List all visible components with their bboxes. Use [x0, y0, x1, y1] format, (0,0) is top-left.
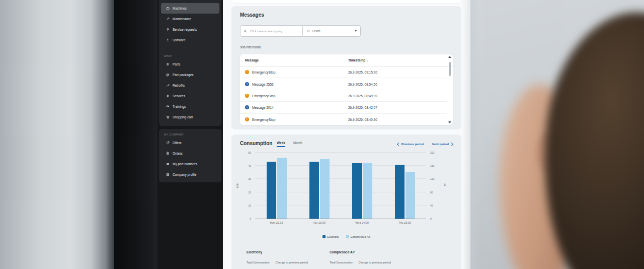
right-axis-tick: 80: [430, 191, 433, 194]
sidebar-item-label: Service requests: [173, 28, 197, 31]
sidebar-item-trainings[interactable]: Trainings: [161, 101, 219, 112]
scroll-down-icon[interactable]: [448, 121, 451, 123]
machine-icon: [166, 7, 170, 10]
level-filter-dropdown[interactable]: Level: [302, 25, 361, 37]
sidebar-item-services[interactable]: Services: [161, 91, 219, 101]
left-axis-unit: kWh: [236, 183, 239, 188]
scroll-up-icon[interactable]: [448, 56, 451, 58]
bar-compressed-air: [277, 158, 287, 219]
sidebar-item-label: Services: [173, 94, 185, 98]
sidebar-group-label-shop: SHOP: [159, 51, 221, 59]
sidebar-item-retrofits[interactable]: Retrofits: [161, 80, 219, 91]
scrollbar-thumb[interactable]: [449, 62, 451, 76]
building-icon: [166, 173, 170, 176]
sidebar-item-label: Orders: [173, 152, 183, 155]
table-row[interactable]: iMessage 255326.9.2025, 08:54:50: [240, 78, 447, 90]
x-axis-labels: Mon 22.09Tue 23.09Wed 24.09Thu 25.09: [255, 221, 426, 224]
bar-groups: [255, 153, 426, 219]
graduation-cap-icon: [166, 105, 170, 108]
sidebar-item-label: Parts: [173, 62, 180, 66]
consumption-title: Consumption: [240, 141, 272, 146]
right-axis-unit: m³: [443, 183, 446, 186]
period-tabs: WeekMonth: [277, 141, 302, 147]
column-header-timestamp[interactable]: Timestamp ↓: [348, 58, 368, 62]
person-photo: [462, 0, 644, 269]
sidebar-item-offers[interactable]: Offers: [161, 138, 219, 148]
table-header: Message Timestamp ↓: [240, 54, 453, 67]
tab-week[interactable]: Week: [277, 141, 285, 147]
sidebar-item-part-packages[interactable]: Part packages: [161, 70, 219, 80]
info-icon: i: [245, 105, 249, 109]
previous-period-button[interactable]: Previous period: [397, 143, 424, 146]
legend-item-compressed-air: Compressed Air: [346, 235, 370, 238]
timestamp-text: 26.9.2025, 08:49:39: [348, 94, 377, 98]
hits-count: 906 hits found.: [240, 45, 262, 49]
left-axis-tick: 40: [248, 164, 251, 167]
sidebar-item-software[interactable]: Software: [161, 35, 219, 45]
x-axis-tick: Wed 24.09: [341, 221, 383, 224]
stat-label: Change to previous period: [276, 261, 308, 264]
stat-label: Total Consumption: [247, 261, 270, 264]
x-axis-tick: Tue 23.09: [298, 221, 341, 224]
tab-month[interactable]: Month: [293, 141, 302, 147]
column-header-message[interactable]: Message: [245, 58, 259, 62]
screen-dark-margin: [114, 0, 157, 269]
level-icon: [306, 29, 310, 33]
stat-labels: Total ConsumptionChange to previous peri…: [247, 261, 330, 264]
monitor-screen: MachinesMaintenanceService requestsSoftw…: [114, 0, 470, 269]
previous-period-label: Previous period: [401, 143, 424, 146]
sidebar-item-label: Maintenance: [173, 17, 191, 21]
stat-labels: Total ConsumptionChange to previous peri…: [330, 261, 413, 264]
sidebar-item-company-profile[interactable]: Company profile: [161, 169, 219, 180]
search-input[interactable]: [249, 29, 301, 33]
next-period-button[interactable]: Next period: [432, 143, 453, 146]
right-axis-tick: 200: [430, 151, 434, 154]
sidebar-panel: MachinesMaintenanceService requestsSoftw…: [159, 0, 221, 57]
stat-label: Change to previous period: [359, 261, 391, 264]
scene-photo: MachinesMaintenanceService requestsSoftw…: [0, 0, 644, 269]
chevron-left-icon: [397, 142, 400, 146]
right-axis-tick: 160: [430, 164, 434, 167]
right-axis: 04080120160200: [430, 153, 442, 219]
stat-title: Compressed Air: [330, 250, 413, 254]
bar-compressed-air: [406, 172, 415, 219]
timestamp-text: 26.9.2025, 09:15:20: [348, 71, 377, 74]
table-row[interactable]: !EmergencyStop26.9.2025, 09:15:20: [240, 66, 447, 78]
hash-icon: [166, 162, 170, 166]
left-axis-tick: 10: [248, 204, 251, 207]
sidebar-item-maintenance[interactable]: Maintenance: [161, 14, 219, 24]
message-text: EmergencyStop: [252, 71, 275, 74]
consumption-chart: kWh 01020304050 04080120160200 m³ Mon 22…: [240, 153, 453, 253]
trend-up-icon: [166, 84, 170, 87]
warning-icon: !: [245, 94, 249, 98]
sidebar-item-service-requests[interactable]: Service requests: [161, 24, 219, 35]
period-navigation: Previous period Next period: [397, 143, 453, 146]
bar-group: [352, 163, 372, 219]
sidebar-item-machines[interactable]: Machines: [161, 3, 219, 14]
table-scrollbar[interactable]: [448, 56, 452, 123]
table-row[interactable]: !EmergencyStop26.9.2025, 08:49:39: [240, 90, 447, 102]
message-search[interactable]: [240, 25, 305, 37]
bar-group: [395, 165, 415, 219]
sort-desc-icon: ↓: [366, 58, 368, 62]
sidebar-item-shopping-cart[interactable]: Shopping cart: [161, 112, 219, 122]
legend-label: Electricity: [327, 235, 339, 238]
tag-icon: [166, 141, 170, 145]
messages-card: Messages Level 906 hits found. Message T…: [231, 6, 461, 129]
left-axis: 01020304050: [240, 153, 251, 219]
bar-group: [267, 158, 287, 219]
legend-swatch: [323, 235, 326, 238]
sidebar-item-label: Machines: [173, 7, 187, 10]
sidebar-item-my-part-numbers[interactable]: My part numbers: [161, 159, 219, 169]
chevron-down-icon: [355, 30, 357, 32]
bar-electricity: [309, 162, 319, 219]
table-row[interactable]: !EmergencyStop26.9.2025, 08:40:30: [240, 114, 447, 125]
sidebar-item-orders[interactable]: Orders: [161, 148, 219, 159]
sidebar-item-label: Offers: [173, 141, 182, 145]
consumption-stats: ElectricityTotal ConsumptionChange to pr…: [247, 250, 453, 264]
table-row[interactable]: iMessage 201426.9.2025, 08:42:07: [240, 102, 447, 113]
sidebar-item-parts[interactable]: Parts: [161, 59, 219, 70]
bar-electricity: [352, 163, 362, 219]
stat-compressed-air: Compressed AirTotal ConsumptionChange to…: [330, 250, 413, 264]
location-pin-icon: [166, 28, 170, 31]
